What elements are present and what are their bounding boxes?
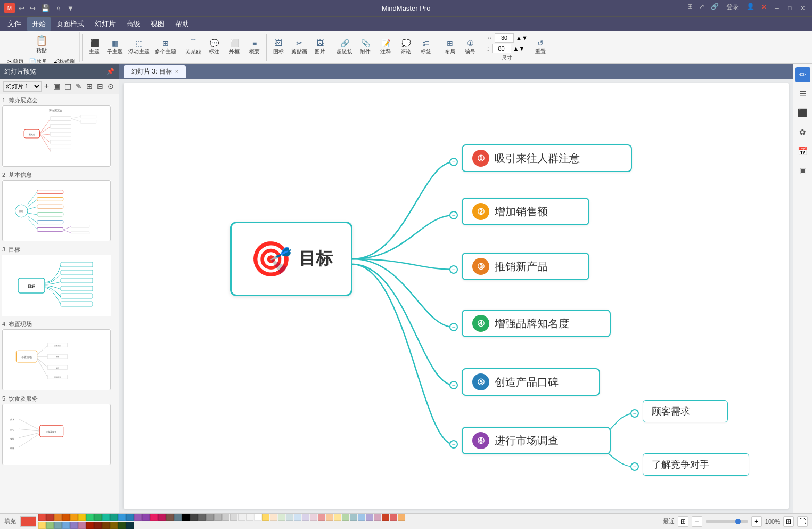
color-swatch-41[interactable] (366, 514, 373, 521)
note-btn[interactable]: 📝 注释 (376, 34, 395, 61)
color-swatch-33[interactable] (302, 514, 309, 521)
color-swatch-28[interactable] (262, 514, 269, 521)
color-swatch-50[interactable] (70, 522, 78, 529)
multi-topic-btn[interactable]: ⊞ 多个主题 (153, 34, 178, 61)
main-topic-btn[interactable]: ⬛ 主题 (85, 34, 104, 61)
top-right-icon3[interactable]: 🔗 (709, 3, 721, 13)
tag-btn[interactable]: 🏷 标签 (416, 34, 436, 61)
width-arrows[interactable]: ▲▼ (516, 35, 528, 41)
slide-ctrl-1[interactable]: ▣ (52, 82, 62, 91)
color-swatch-40[interactable] (358, 514, 365, 521)
sub-branch-6b[interactable]: 了解竞争对手 (643, 453, 749, 476)
top-right-icon1[interactable]: ⊞ (685, 3, 695, 13)
slide-item-3[interactable]: 3. 目标 目标 (2, 246, 117, 316)
color-swatch-3[interactable] (62, 514, 70, 521)
color-swatch-10[interactable] (118, 514, 126, 521)
cut-btn[interactable]: ✂ 剪切 (5, 55, 26, 64)
color-swatch-47[interactable] (46, 522, 54, 529)
color-swatch-29[interactable] (270, 514, 277, 521)
width-input[interactable]: 30 (495, 33, 514, 43)
color-swatch-56[interactable] (118, 522, 126, 529)
tab-slide3[interactable]: 幻灯片 3: 目标 × (124, 65, 186, 78)
undo-btn[interactable]: ↩ (17, 4, 26, 12)
float-topic-btn[interactable]: ⬚ 浮动主题 (126, 34, 152, 61)
rp-style-btn[interactable]: ⬛ (795, 105, 810, 120)
menu-file[interactable]: 文件 (2, 17, 27, 31)
slide-ctrl-4[interactable]: ⊞ (85, 82, 94, 91)
fit-screen-btn[interactable]: ⊞ (678, 516, 688, 527)
number-btn[interactable]: ① 编号 (461, 34, 480, 61)
color-swatch-27[interactable] (254, 514, 261, 521)
fullscreen-btn[interactable]: ⛶ (797, 516, 808, 527)
layout-btn[interactable]: ⊞ 布局 (440, 34, 460, 61)
color-swatch-18[interactable] (182, 514, 190, 521)
user-icon[interactable]: 👤 (744, 3, 757, 13)
attach-btn[interactable]: 📎 附件 (356, 34, 375, 61)
more-icon[interactable]: ▼ (65, 4, 76, 12)
color-swatch-39[interactable] (350, 514, 357, 521)
color-swatch-0[interactable] (38, 514, 46, 521)
rp-pencil-btn[interactable]: ✏ (795, 67, 810, 82)
top-right-icon2[interactable]: ↗ (697, 3, 707, 13)
menu-page-style[interactable]: 页面样式 (51, 17, 89, 31)
menu-slides[interactable]: 幻灯片 (89, 17, 121, 31)
canvas[interactable]: − − − − − − − − 🎯 目标 ① 吸引来往人群注意 (124, 83, 789, 509)
copy-btn[interactable]: 📄 接见 (27, 55, 50, 64)
color-swatch-52[interactable] (86, 522, 94, 529)
color-swatch-44[interactable] (390, 514, 397, 521)
fill-color-swatch[interactable] (20, 516, 36, 527)
color-swatch-1[interactable] (46, 514, 54, 521)
color-swatch-34[interactable] (310, 514, 317, 521)
color-swatch-26[interactable] (246, 514, 253, 521)
slide-ctrl-6[interactable]: ⊙ (106, 82, 116, 91)
central-node[interactable]: 🎯 目标 (230, 222, 352, 296)
summary-btn[interactable]: ≡ 概要 (245, 34, 264, 61)
color-swatch-30[interactable] (278, 514, 285, 521)
color-swatch-36[interactable] (326, 514, 333, 521)
sidebar-pin-icon[interactable]: 📌 (106, 68, 114, 75)
reset-btn[interactable]: ↺ 重置 (531, 34, 550, 61)
color-swatch-37[interactable] (334, 514, 341, 521)
relation-btn[interactable]: ⌒ 关系线 (183, 34, 203, 61)
redo-btn[interactable]: ↪ (28, 4, 37, 12)
color-swatch-51[interactable] (78, 522, 86, 529)
zoom-slider[interactable] (706, 520, 748, 523)
frame-btn[interactable]: ⬜ 外框 (225, 34, 244, 61)
color-swatch-23[interactable] (222, 514, 229, 521)
color-swatch-53[interactable] (94, 522, 102, 529)
color-swatch-32[interactable] (294, 514, 301, 521)
tab-close-btn[interactable]: × (175, 68, 178, 75)
sub-topic-btn[interactable]: ▦ 子主题 (105, 34, 125, 61)
photo-btn[interactable]: 🖼 图片 (310, 34, 330, 61)
rp-calendar-btn[interactable]: 📅 (795, 144, 810, 159)
color-swatch-43[interactable] (382, 514, 389, 521)
color-swatch-42[interactable] (374, 514, 381, 521)
color-swatch-38[interactable] (342, 514, 349, 521)
color-swatch-8[interactable] (102, 514, 110, 521)
branch-node-6[interactable]: ⑥ 进行市场调查 (462, 427, 611, 454)
slide-item-4[interactable]: 4. 布置现场 布置现场 必备家具 (2, 320, 117, 390)
branch-node-3[interactable]: ③ 推销新产品 (462, 253, 589, 280)
color-swatch-35[interactable] (318, 514, 325, 521)
clip-btn[interactable]: ✂ 剪贴画 (289, 34, 309, 61)
menu-advanced[interactable]: 高级 (121, 17, 145, 31)
color-swatch-6[interactable] (86, 514, 94, 521)
grid-view-btn[interactable]: ⊞ (783, 516, 794, 527)
color-swatch-54[interactable] (102, 522, 110, 529)
color-swatch-24[interactable] (230, 514, 237, 521)
slides-group-select[interactable]: 幻灯片 1 (3, 81, 42, 92)
menu-view[interactable]: 视图 (145, 17, 170, 31)
format-btn[interactable]: 🖌 格式刷 (51, 55, 77, 64)
color-swatch-49[interactable] (62, 522, 70, 529)
menu-help[interactable]: 帮助 (170, 17, 194, 31)
color-swatch-17[interactable] (174, 514, 182, 521)
rp-panel-btn[interactable]: ▣ (795, 163, 810, 178)
slide-ctrl-2[interactable]: ◫ (63, 82, 73, 91)
color-swatch-31[interactable] (286, 514, 293, 521)
hyperlink-btn[interactable]: 🔗 超链接 (334, 34, 355, 61)
height-input[interactable]: 80 (492, 44, 511, 53)
color-swatch-12[interactable] (134, 514, 142, 521)
color-swatch-7[interactable] (94, 514, 102, 521)
maximize-btn[interactable]: □ (784, 3, 795, 13)
color-swatch-5[interactable] (78, 514, 86, 521)
